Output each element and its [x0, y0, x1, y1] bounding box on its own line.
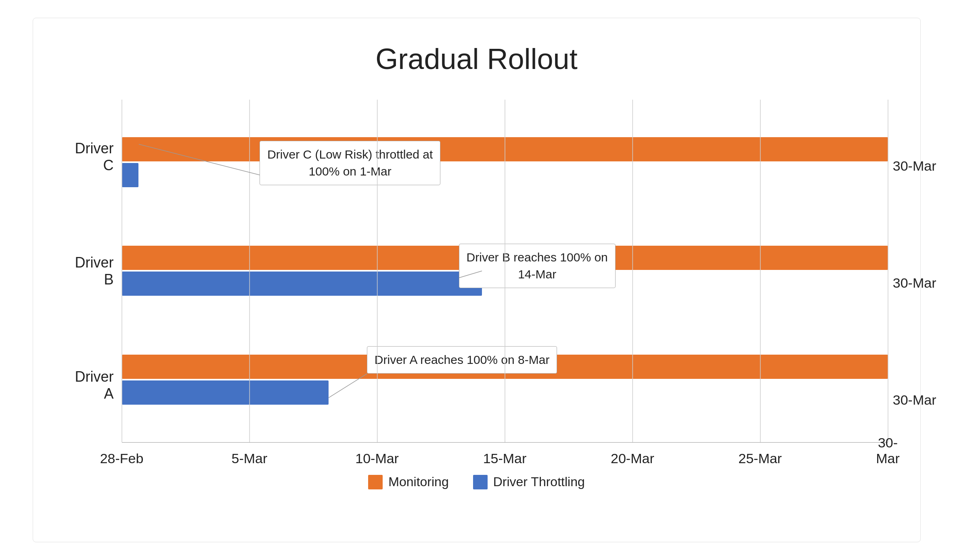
bar-c-orange	[122, 137, 888, 161]
x-tick-25mar: 25-Mar	[738, 451, 782, 466]
bar-c-blue	[122, 163, 139, 187]
y-axis-labels: Driver C Driver B Driver A	[65, 100, 122, 466]
legend-label-monitoring: Monitoring	[388, 474, 448, 489]
y-label-c: Driver C	[65, 140, 122, 174]
x-tick-10mar: 10-Mar	[355, 451, 399, 466]
right-label-c: 30-Mar	[885, 141, 936, 191]
bar-b-blue	[122, 272, 482, 296]
callout-a: Driver A reaches 100% on 8-Mar	[367, 346, 557, 374]
chart-container: Gradual Rollout Driver C Driver B Driver…	[33, 18, 921, 542]
chart-plot-area: Driver C (Low Risk) throttled at100% on …	[122, 100, 888, 466]
x-tick-5mar: 5-Mar	[231, 451, 267, 466]
callout-b-text: Driver B reaches 100% on14-Mar	[467, 251, 608, 281]
bar-row-c-blue	[122, 163, 888, 187]
right-label-b: 30-Mar	[885, 258, 936, 308]
callout-b: Driver B reaches 100% on14-Mar	[459, 244, 616, 288]
bar-group-c	[122, 137, 888, 187]
right-label-a: 30-Mar	[885, 375, 936, 425]
legend-item-throttling: Driver Throttling	[473, 474, 585, 489]
callout-c-text: Driver C (Low Risk) throttled at100% on …	[267, 148, 433, 178]
chart-title: Gradual Rollout	[65, 42, 888, 75]
x-tick-28feb: 28-Feb	[100, 451, 144, 466]
x-tick-15mar: 15-Mar	[483, 451, 527, 466]
y-label-b: Driver B	[65, 254, 122, 288]
legend-item-monitoring: Monitoring	[368, 474, 448, 489]
callout-c: Driver C (Low Risk) throttled at100% on …	[260, 141, 440, 185]
legend: Monitoring Driver Throttling	[65, 474, 888, 493]
right-labels: 30-Mar 30-Mar 30-Mar	[885, 100, 936, 466]
grid-and-bars: Driver C (Low Risk) throttled at100% on …	[122, 100, 888, 442]
bar-a-blue	[122, 380, 329, 405]
chart-body: Driver C Driver B Driver A	[65, 100, 888, 466]
x-tick-20mar: 20-Mar	[611, 451, 654, 466]
legend-swatch-throttling	[473, 475, 488, 489]
bar-row-a-blue	[122, 380, 888, 405]
y-label-a: Driver A	[65, 368, 122, 402]
callout-a-text: Driver A reaches 100% on 8-Mar	[375, 353, 550, 366]
x-axis: 28-Feb 5-Mar 10-Mar 15-Mar 20-Mar 25-Mar…	[122, 442, 888, 466]
legend-label-throttling: Driver Throttling	[493, 474, 585, 489]
bar-row-c-orange	[122, 137, 888, 161]
legend-swatch-monitoring	[368, 475, 383, 489]
